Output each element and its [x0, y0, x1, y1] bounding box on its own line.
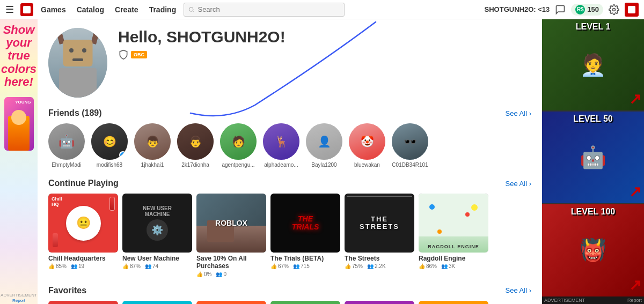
profile-badge-row: OBC — [118, 49, 531, 60]
friend-avatar[interactable]: 🕶️ — [392, 123, 428, 160]
like-stat: 👍 67% — [270, 263, 289, 269]
right-ad-level50: LEVEL 50 ↗ 🤖 — [542, 112, 644, 204]
list-item[interactable] — [196, 301, 266, 304]
list-item: 🤖 EhmptyMadi — [48, 123, 85, 168]
search-bar[interactable] — [184, 3, 345, 17]
right-ad-level1: LEVEL 1 ↗ 🧑‍💼 — [542, 19, 644, 112]
game-card-save-10[interactable]: ROBLOX Save 10% On All Purchases 👍 0% 👥 … — [196, 194, 266, 277]
list-item[interactable] — [48, 301, 118, 304]
list-item: 👨 2k17dionha — [177, 123, 214, 168]
friend-name: agentpengu... — [222, 162, 254, 168]
nav-trading[interactable]: Trading — [148, 3, 178, 16]
player-stat: 👥 3K — [441, 263, 455, 269]
favorites-title: Favorites — [48, 286, 86, 295]
game-title: The Trials (BETA) — [270, 255, 340, 262]
like-stat: 👍 86% — [419, 263, 437, 269]
profile-info: Hello, SHOTGUNH2O! OBC — [118, 28, 531, 60]
nav-catalog[interactable]: Catalog — [76, 3, 105, 16]
game-thumbnail-new-user: NEW USERMACHINE ⚙️ — [122, 194, 192, 253]
friend-avatar[interactable]: 👤 — [306, 123, 342, 160]
roblox-logo — [20, 3, 33, 16]
username-display: SHOTGUNH2O: <13 — [485, 5, 550, 13]
obc-badge: OBC — [131, 51, 147, 58]
friends-header: Friends (189) See All › — [48, 108, 531, 118]
arrow-icon: ↗ — [629, 276, 641, 294]
like-stat: 👍 0% — [196, 271, 211, 277]
main-layout: Showyourtruecolorshere! YOUNG ADVERTISEM… — [0, 19, 644, 304]
navbar: ☰ Games Catalog Create Trading SHOTGUNH2… — [0, 0, 644, 19]
right-ad-footer: ADVERTISEMENT Report — [542, 296, 644, 304]
friend-name: C01DB34R101 — [392, 162, 428, 168]
profile-greeting: Hello, SHOTGUNH2O! — [118, 28, 531, 46]
game-thumbnail-trials: THETRIALS — [270, 194, 340, 253]
friend-avatar[interactable]: 🧑 — [220, 123, 257, 160]
list-item[interactable] — [345, 301, 414, 304]
friend-name: bluewakan — [354, 162, 380, 168]
friends-list: 🤖 EhmptyMadi 😊 modifish68 👦 — [48, 123, 531, 168]
friend-avatar[interactable]: 🦌 — [263, 123, 299, 160]
game-stats: 👍 87% 👥 74 — [122, 263, 192, 269]
list-item[interactable] — [270, 301, 340, 304]
roblox-app-button[interactable] — [625, 3, 639, 17]
level-label: LEVEL 50 — [573, 114, 613, 124]
friend-avatar[interactable]: 🤖 — [48, 123, 85, 160]
search-input[interactable] — [197, 5, 340, 13]
left-ad-text: Showyourtruecolorshere! — [0, 19, 38, 93]
favorites-header: Favorites See All › — [48, 286, 531, 295]
svg-point-0 — [189, 7, 194, 11]
friend-name: alphadeamo... — [264, 162, 298, 168]
right-ad-character: 🤖 — [580, 145, 606, 170]
favorites-see-all[interactable]: See All › — [506, 286, 531, 294]
nav-links: Games Catalog Create Trading — [40, 3, 177, 16]
friends-see-all[interactable]: See All › — [506, 109, 531, 117]
profile-section: Hello, SHOTGUNH2O! OBC — [48, 28, 531, 98]
player-stat: 👥 74 — [145, 263, 158, 269]
friend-name: Bayla1200 — [311, 162, 336, 168]
game-stats: 👍 0% 👥 0 — [196, 271, 266, 277]
game-card-ragdoll[interactable]: RAGDOLL ENGINE Ragdoll Engine 👍 86% 👥 3K — [419, 194, 488, 277]
list-item[interactable] — [419, 301, 488, 304]
left-ad-report[interactable]: Report — [12, 298, 25, 304]
friends-section: Friends (189) See All › 🤖 EhmptyMadi 😊 — [48, 108, 531, 168]
list-item: 👤 Bayla1200 — [306, 123, 342, 168]
game-card-streets[interactable]: THESTREETS The Streets 👍 75% 👥 2.2K — [345, 194, 414, 277]
robux-counter[interactable]: R$ 150 — [571, 4, 603, 16]
friend-avatar[interactable]: 🤡 — [349, 123, 385, 160]
level-label: LEVEL 100 — [571, 207, 615, 217]
robux-icon: R$ — [575, 5, 585, 14]
friend-avatar[interactable]: 👦 — [134, 123, 171, 160]
game-card-chill-hq[interactable]: ChillHQ 😐 Chill Headquarters 👍 85% 👥 19 — [48, 194, 118, 277]
settings-icon[interactable] — [609, 4, 619, 15]
right-ad-label: ADVERTISEMENT — [544, 298, 585, 303]
game-stats: 👍 85% 👥 19 — [48, 263, 118, 269]
game-title: Chill Headquarters — [48, 255, 118, 262]
friend-avatar[interactable]: 👨 — [177, 123, 214, 160]
left-advertisement: Showyourtruecolorshere! YOUNG ADVERTISEM… — [0, 19, 38, 304]
game-card-new-user-machine[interactable]: NEW USERMACHINE ⚙️ New User Machine 👍 87… — [122, 194, 192, 277]
player-stat: 👥 19 — [71, 263, 84, 269]
game-thumbnail-chill: ChillHQ 😐 — [48, 194, 118, 253]
friend-avatar[interactable]: 😊 — [91, 123, 128, 160]
like-stat: 👍 87% — [122, 263, 141, 269]
like-stat: 👍 75% — [345, 263, 363, 269]
hamburger-menu[interactable]: ☰ — [5, 4, 14, 16]
search-icon — [188, 6, 194, 13]
list-item: 👦 1jhakhai1 — [134, 123, 171, 168]
nav-games[interactable]: Games — [40, 3, 67, 16]
game-stats: 👍 67% 👥 715 — [270, 263, 340, 269]
game-card-trials[interactable]: THETRIALS The Trials (BETA) 👍 67% 👥 715 — [270, 194, 340, 277]
friend-name: 1jhakhai1 — [141, 162, 164, 168]
continue-playing-title: Continue Playing — [48, 179, 119, 188]
friends-title: Friends (189) — [48, 108, 102, 118]
nav-right-section: SHOTGUNH2O: <13 R$ 150 — [485, 3, 639, 17]
game-thumbnail-streets: THESTREETS — [345, 194, 414, 253]
continue-playing-see-all[interactable]: See All › — [506, 180, 531, 188]
nav-create[interactable]: Create — [114, 3, 140, 16]
svg-point-2 — [613, 8, 616, 11]
chat-icon[interactable] — [555, 4, 566, 15]
arrow-icon: ↗ — [629, 183, 641, 201]
list-item[interactable] — [122, 301, 192, 304]
game-title: Ragdoll Engine — [419, 255, 488, 262]
right-ad-report[interactable]: Report — [627, 298, 642, 303]
favorites-row — [48, 301, 531, 304]
